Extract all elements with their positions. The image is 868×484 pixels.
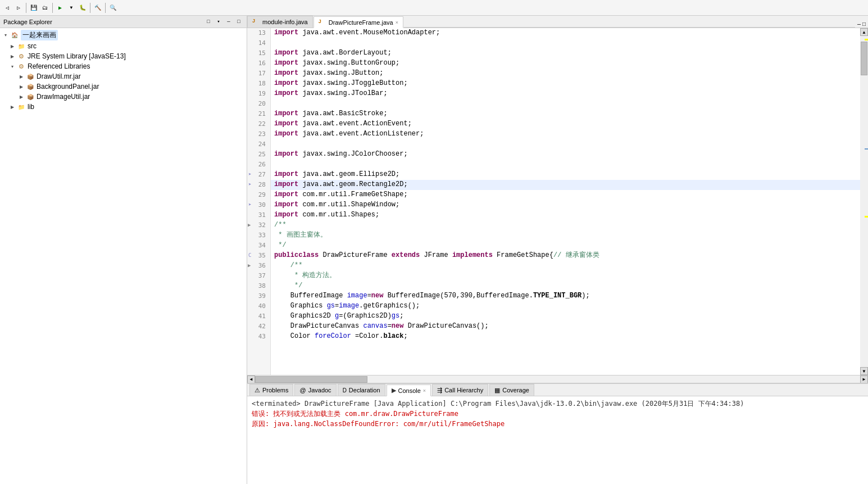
code-line-26 — [271, 160, 860, 170]
line-30: ➤ 30 — [247, 200, 268, 210]
tree-item-src[interactable]: ▶ 📁 src — [0, 41, 247, 51]
bottom-tabs: ⚠ Problems @ Javadoc D Declaration ▶ Con… — [247, 384, 868, 396]
tree-item-lib[interactable]: ▶ 📁 lib — [0, 102, 247, 112]
jre-label: JRE System Library [JavaSE-13] — [28, 52, 126, 60]
editor-scrollbar: ▲ ▼ — [860, 28, 868, 375]
toolbar-debug-icon[interactable]: 🐛 — [78, 3, 88, 13]
line-32: ▶ 32 — [247, 220, 268, 230]
tab-draw-close[interactable]: × — [396, 20, 398, 25]
toolbar-back-icon[interactable]: ◁ — [2, 3, 12, 13]
toolbar-forward-icon[interactable]: ▷ — [13, 3, 24, 13]
project-label: 一起来画画 — [21, 30, 58, 40]
toolbar-run-icon[interactable]: ▶ — [55, 3, 65, 13]
tab-drawpictureframe[interactable]: J DrawPictureFrame.java × — [313, 16, 403, 28]
bottom-panel: ⚠ Problems @ Javadoc D Declaration ▶ Con… — [247, 383, 868, 484]
code-line-40: Graphics gs=image.getGraphics(); — [271, 301, 860, 311]
tree-arrow-bgpanel: ▶ — [18, 83, 25, 90]
package-explorer-header: Package Explorer □ ▾ — □ — [0, 16, 247, 28]
panel-collapse-icon[interactable]: □ — [204, 17, 213, 26]
ruler-marker-blue — [865, 148, 868, 150]
editor-tabs: J module-info.java J DrawPictureFrame.ja… — [247, 16, 868, 28]
tree-arrow-src: ▶ — [9, 43, 16, 49]
h-scroll-track[interactable] — [255, 376, 860, 383]
code-line-13: import java.awt.event.MouseMotionAdapter… — [271, 28, 860, 38]
tab-module-info[interactable]: J module-info.java — [247, 16, 313, 28]
code-area[interactable]: import java.awt.event.MouseMotionAdapter… — [271, 28, 860, 375]
editor-minimize-icon[interactable]: — — [857, 21, 861, 28]
src-label: src — [28, 42, 37, 50]
toolbar-search-icon[interactable]: 🔍 — [108, 3, 118, 13]
console-terminated-line: <terminated> DrawPictureFrame [Java Appl… — [252, 399, 864, 409]
problems-icon: ⚠ — [255, 387, 260, 394]
toolbar-build-icon[interactable]: 🔨 — [93, 3, 103, 13]
problems-label: Problems — [262, 387, 288, 393]
tab-problems[interactable]: ⚠ Problems — [249, 384, 293, 396]
h-scroll-thumb[interactable] — [255, 376, 367, 383]
code-line-21: import java.awt.BasicStroke; — [271, 109, 860, 119]
tree-arrow-project: ▾ — [2, 32, 9, 39]
coverage-icon: ▦ — [494, 387, 500, 394]
line-23: 23 — [247, 129, 268, 139]
scrollbar-track[interactable] — [860, 36, 868, 367]
tab-coverage[interactable]: ▦ Coverage — [489, 384, 534, 396]
line-34: 34 — [247, 241, 268, 251]
console-error-line2: 原因: java.lang.NoClassDefFoundError: com/… — [252, 419, 864, 429]
bgpanel-label: BackgroundPanel.jar — [37, 83, 99, 91]
line-36: ▶ 36 — [247, 261, 268, 271]
reflibs-label: Referenced Libraries — [28, 62, 90, 70]
tab-draw-label: DrawPictureFrame.java — [329, 19, 393, 26]
line-22: 22 — [247, 119, 268, 129]
toolbar-separator-3 — [90, 3, 90, 13]
scrollbar-up-arrow[interactable]: ▲ — [860, 28, 868, 36]
gutter-icon-28: ➤ — [248, 181, 251, 188]
toolbar-save-icon[interactable]: 💾 — [29, 3, 39, 13]
tree-item-reflibs[interactable]: ▾ ⚙ Referenced Libraries — [0, 61, 247, 71]
call-hierarchy-icon: ⇶ — [437, 387, 442, 394]
toolbar-save-all-icon[interactable]: 🗂 — [40, 3, 50, 13]
coverage-label: Coverage — [502, 387, 529, 393]
ruler-marker-1 — [865, 39, 868, 40]
line-19: 19 — [247, 89, 268, 99]
line-13: 13 — [247, 28, 268, 38]
tree-item-drawutil[interactable]: ▶ 📦 DrawUtil.mr.jar — [0, 71, 247, 82]
code-line-33: * 画图主窗体。 — [271, 230, 860, 241]
line-16: 16 — [247, 58, 268, 69]
line-26: 26 — [247, 160, 268, 170]
toolbar-run-dropdown-icon[interactable]: ▼ — [66, 3, 76, 13]
drawimage-icon: 📦 — [26, 92, 35, 101]
line-41: 41 — [247, 311, 268, 322]
line-35: C 35 — [247, 251, 268, 261]
editor-maximize-icon[interactable]: □ — [862, 21, 866, 28]
h-scroll-right[interactable]: ▶ — [860, 376, 868, 383]
line-33: 33 — [247, 230, 268, 241]
panel-minimize-icon[interactable]: — — [224, 17, 233, 26]
right-panel: J module-info.java J DrawPictureFrame.ja… — [247, 16, 868, 484]
line-27: ➤ 27 — [247, 170, 268, 180]
horizontal-scrollbar[interactable]: ◀ ▶ — [247, 375, 868, 383]
tree-arrow-drawimage: ▶ — [18, 93, 25, 100]
project-icon: 🏠 — [10, 31, 19, 40]
tab-declaration[interactable]: D Declaration — [338, 384, 385, 396]
line-29: 29 — [247, 190, 268, 200]
code-line-29: import com.mr.util.FrameGetShape; — [271, 190, 860, 200]
console-error-line1: 错误: 找不到或无法加载主类 com.mr.draw.DrawPictureFr… — [252, 409, 864, 419]
scrollbar-thumb[interactable] — [861, 42, 867, 75]
console-tab-close[interactable]: × — [423, 388, 426, 393]
panel-menu-icon[interactable]: ▾ — [214, 17, 223, 26]
lib-icon: 📁 — [17, 102, 26, 111]
tree-item-bgpanel[interactable]: ▶ 📦 BackgroundPanel.jar — [0, 82, 247, 92]
tree-item-drawimage[interactable]: ▶ 📦 DrawImageUtil.jar — [0, 92, 247, 102]
tab-call-hierarchy[interactable]: ⇶ Call Hierarchy — [432, 384, 488, 396]
h-scroll-left[interactable]: ◀ — [247, 376, 255, 383]
line-24: 24 — [247, 139, 268, 150]
code-line-27: import java.awt.geom.Ellipse2D; — [271, 170, 860, 180]
tab-javadoc[interactable]: @ Javadoc — [294, 384, 336, 396]
drawutil-icon: 📦 — [26, 72, 35, 81]
tree-item-jre[interactable]: ▶ ⚙ JRE System Library [JavaSE-13] — [0, 51, 247, 61]
tree-arrow-lib: ▶ — [9, 103, 16, 110]
tree-item-project[interactable]: ▾ 🏠 一起来画画 — [0, 29, 247, 41]
tab-console[interactable]: ▶ Console × — [387, 385, 431, 396]
scrollbar-down-arrow[interactable]: ▼ — [860, 367, 868, 375]
panel-maximize-icon[interactable]: □ — [234, 17, 243, 26]
tab-module-icon: J — [252, 18, 260, 26]
